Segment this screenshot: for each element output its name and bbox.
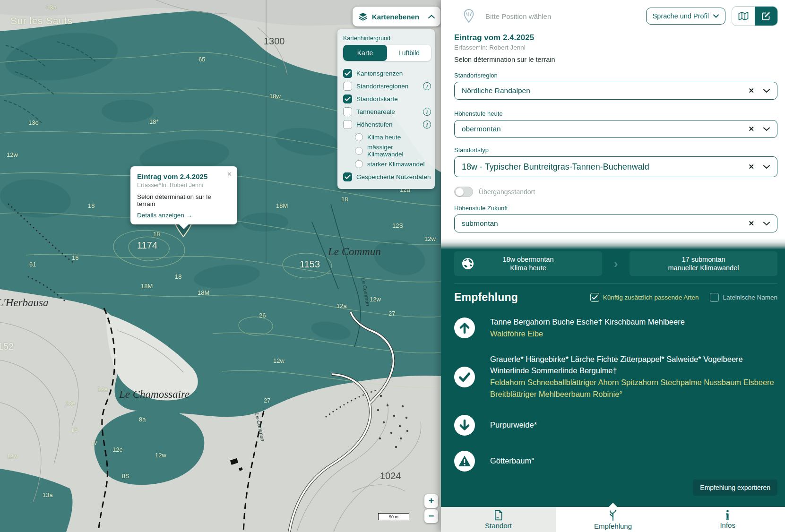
layer-label: Höhenstufen	[356, 121, 393, 128]
checkbox-checked-icon	[343, 69, 352, 78]
tab-luftbild[interactable]: Luftbild	[387, 45, 431, 61]
climate-radio-option[interactable]: starker Klimawandel	[343, 158, 431, 171]
species-lines: Grauerle* Hängebirke* Lärche Fichte Zitt…	[490, 354, 774, 400]
elevation-today-select[interactable]: obermontan ✕	[454, 120, 777, 138]
popup-author: Erfasser*In: Robert Jenni	[137, 182, 231, 189]
species-lines: Tanne Bergahorn Buche Esche† Kirschbaum …	[490, 317, 685, 339]
climate-radio-option[interactable]: Klima heute	[343, 131, 431, 144]
entry-note: Selon détermination sur le terrain	[454, 56, 777, 63]
position-hint-text: Bitte Position wählen	[485, 12, 551, 20]
layers-icon	[358, 12, 368, 21]
region-select[interactable]: Nördliche Randalpen ✕	[454, 82, 777, 100]
info-icon[interactable]: i	[423, 120, 431, 129]
species-lines: Götterbaum°	[490, 456, 535, 466]
region-clear-icon[interactable]: ✕	[748, 86, 754, 95]
chevron-down-icon[interactable]	[763, 222, 770, 226]
recommendation-group: Götterbaum°	[454, 451, 777, 472]
info-icon[interactable]: i	[423, 108, 431, 116]
bottom-navigation: Standort Empfehlung	[441, 507, 785, 532]
chevron-up-icon[interactable]	[428, 15, 435, 19]
popup-close-icon[interactable]: ✕	[227, 171, 232, 178]
checkbox-checked-icon	[343, 94, 352, 103]
layer-row[interactable]: Kantonsgrenzen	[343, 67, 431, 80]
species-line: Feldahorn Schneeballblättriger Ahorn Spi…	[490, 378, 774, 388]
latin-names-checkbox[interactable]: Lateinische Namen	[710, 293, 777, 302]
climate-future-line1: 17 submontan	[682, 256, 725, 263]
map-view-button[interactable]	[732, 7, 755, 26]
chevron-down-icon[interactable]	[763, 89, 770, 93]
region-field-label: Standortsregion	[454, 72, 777, 79]
recommendation-group: Grauerle* Hängebirke* Lärche Fichte Zitt…	[454, 354, 777, 400]
section-fade	[441, 238, 785, 249]
map-icon	[738, 11, 749, 21]
radio-icon	[355, 133, 363, 141]
nav-tab-infos[interactable]: Infos	[670, 507, 785, 532]
checkbox-unchecked-icon	[343, 120, 352, 129]
elevation-future-value: submontan	[462, 219, 498, 228]
climate-radio-option[interactable]: mässiger Klimawandel	[343, 144, 431, 158]
checkbox-unchecked-icon	[343, 107, 352, 116]
layer-row[interactable]: Tannenarealei	[343, 105, 431, 118]
species-line: Breitblättriger Mehlbeerbaum Robinie°	[490, 389, 774, 400]
elevation-today-value: obermontan	[462, 125, 501, 133]
elevation-today-clear-icon[interactable]: ✕	[748, 125, 754, 133]
language-profile-button[interactable]: Sprache und Profil	[646, 8, 725, 25]
view-mode-switch	[732, 7, 777, 26]
future-species-label: Künftig zusätzlich passende Arten	[603, 294, 699, 301]
chevron-down-icon	[713, 14, 719, 18]
transition-site-label: Übergangsstandort	[479, 188, 535, 196]
climate-future-line2: manueller Klimawandel	[668, 264, 739, 272]
nav-label-standort: Standort	[485, 522, 512, 530]
layer-row[interactable]: Höhenstufeni	[343, 118, 431, 131]
region-value: Nördliche Randalpen	[462, 86, 530, 95]
export-recommendation-button[interactable]: Empfehlung exportieren	[693, 480, 777, 496]
map-layers-panel: Kartenhintergrund Karte Luftbild Kantons…	[337, 29, 435, 189]
divider	[454, 283, 777, 284]
document-icon	[494, 510, 503, 521]
chevron-down-icon[interactable]	[763, 165, 770, 169]
map-layers-toggle-button[interactable]: Kartenebenen	[353, 7, 440, 26]
future-species-checkbox[interactable]: Künftig zusätzlich passende Arten	[590, 293, 699, 302]
layer-row[interactable]: Standortskarte	[343, 93, 431, 105]
zoom-in-button[interactable]: +	[424, 494, 438, 508]
layer-label: Standortsregionen	[356, 83, 408, 90]
checkbox-unchecked-icon	[710, 293, 719, 302]
nav-tab-empfehlung[interactable]: Empfehlung	[556, 507, 671, 532]
layer-label: Tannenareale	[356, 108, 395, 115]
radio-label: mässiger Klimawandel	[367, 144, 431, 158]
popup-title: Eintrag vom 2.4.2025	[137, 172, 231, 180]
active-tab-caret	[608, 503, 618, 507]
site-type-select[interactable]: 18w - Typischer Buntreitgras-Tannen-Buch…	[454, 156, 777, 177]
elevation-future-select[interactable]: submontan ✕	[454, 215, 777, 232]
info-icon[interactable]: i	[423, 82, 431, 90]
climate-today-card[interactable]: 18w obermontan Klima heute	[454, 251, 602, 276]
layer-label: Standortskarte	[356, 95, 398, 103]
elevation-future-field-label: Höhenstufe Zukunft	[454, 205, 777, 212]
recommendation-group: Tanne Bergahorn Buche Esche† Kirschbaum …	[454, 317, 777, 339]
nav-tab-standort[interactable]: Standort	[441, 507, 556, 532]
species-line: Winterlinde Sommerlinde Bergulme†	[490, 366, 774, 376]
tab-karte[interactable]: Karte	[343, 45, 387, 61]
map-scale-bar: 50 m	[378, 513, 409, 520]
latin-names-label: Lateinische Namen	[723, 294, 777, 301]
popup-details-link[interactable]: Details anzeigen →	[137, 212, 231, 219]
background-tabs: Karte Luftbild	[343, 45, 431, 61]
site-type-clear-icon[interactable]: ✕	[748, 163, 754, 171]
radio-label: starker Klimawandel	[367, 161, 425, 168]
zoom-out-button[interactable]: −	[424, 509, 438, 523]
map-canvas[interactable]: Sur les Sauts13a13006518w13o18*12w1818M1…	[0, 0, 441, 532]
radio-icon	[355, 160, 363, 168]
climate-future-card[interactable]: 17 submontan manueller Klimawandel	[630, 251, 777, 276]
arrow-up-circle-icon	[454, 317, 475, 338]
saved-user-data-row[interactable]: Gespeicherte Nutzerdaten	[343, 171, 431, 183]
chevron-down-icon[interactable]	[763, 127, 770, 131]
edit-view-button[interactable]	[755, 7, 777, 26]
globe-icon	[462, 257, 474, 270]
entry-author: Erfasser*In: Robert Jenni	[454, 44, 777, 51]
edit-pencil-icon	[761, 11, 771, 21]
info-icon	[725, 510, 730, 520]
elevation-future-clear-icon[interactable]: ✕	[748, 219, 754, 228]
transition-site-toggle[interactable]	[454, 187, 473, 197]
layer-row[interactable]: Standortsregioneni	[343, 80, 431, 93]
checkbox-checked-icon	[343, 172, 352, 181]
